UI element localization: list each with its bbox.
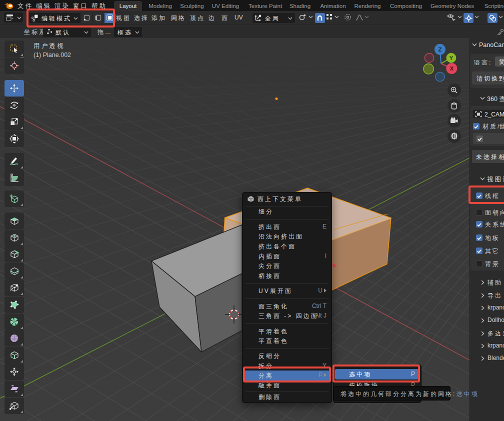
svg-text:X: X (450, 66, 454, 72)
svg-text:Z: Z (438, 46, 442, 52)
svg-text:Y: Y (450, 55, 454, 61)
